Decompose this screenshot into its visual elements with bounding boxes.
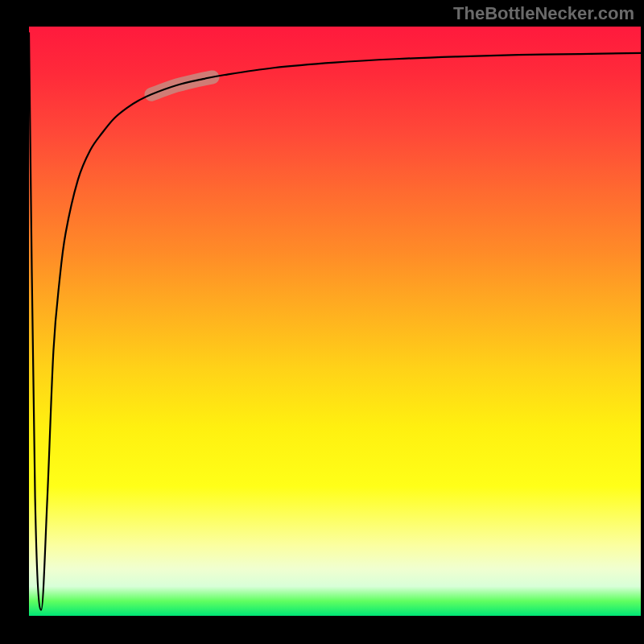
attribution-label: TheBottleNecker.com <box>453 3 634 24</box>
chart-plot-area <box>29 27 641 616</box>
bottleneck-curve-line <box>29 32 641 609</box>
chart-svg <box>29 27 641 616</box>
